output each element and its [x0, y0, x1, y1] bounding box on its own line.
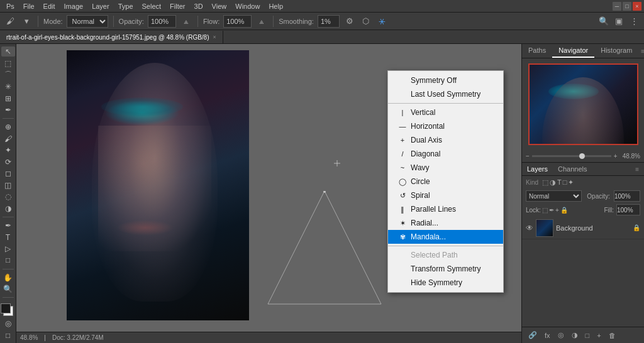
mode-select[interactable]: Normal: [67, 15, 108, 28]
zoom-tool[interactable]: 🔍: [1, 284, 15, 294]
smoothing-input[interactable]: [318, 15, 340, 28]
edit-menu[interactable]: Edit: [40, 1, 59, 11]
more-icon[interactable]: ⋮: [628, 15, 640, 28]
lock-all-icon[interactable]: 🔒: [560, 207, 568, 214]
healing-tool[interactable]: ⊕: [1, 122, 15, 132]
foreground-color[interactable]: [1, 303, 11, 313]
pen-tool[interactable]: ✒: [1, 220, 15, 231]
wavy-item[interactable]: ~ Wavy: [388, 161, 503, 175]
add-layer-button[interactable]: +: [594, 330, 603, 340]
layer-item-background[interactable]: 👁 Background 🔒: [522, 217, 644, 239]
horizontal-item[interactable]: — Horizontal: [388, 119, 503, 133]
opacity-input[interactable]: [148, 15, 176, 28]
screen-mode-tool[interactable]: □: [1, 330, 15, 340]
type-filter-icon[interactable]: T: [557, 178, 562, 187]
dodge-tool[interactable]: ◑: [1, 204, 15, 214]
transform-symmetry-item[interactable]: Transform Symmetry: [388, 262, 503, 276]
marquee-tool[interactable]: ⬚: [1, 58, 15, 68]
panel-menu-button[interactable]: ≡: [638, 46, 644, 56]
document-tab[interactable]: rtrait-of-a-girl-eyes-black-background-g…: [0, 31, 223, 43]
clone-tool[interactable]: ✦: [1, 145, 15, 155]
help-menu[interactable]: Help: [265, 1, 287, 11]
radial-item[interactable]: ✶ Radial...: [388, 216, 503, 230]
maximize-button[interactable]: □: [623, 2, 631, 11]
blur-tool[interactable]: ◌: [1, 192, 15, 202]
layout-icon[interactable]: ▣: [613, 15, 625, 28]
search-icon[interactable]: 🔍: [597, 15, 610, 28]
link-layers-button[interactable]: 🔗: [526, 330, 540, 340]
minimize-button[interactable]: ─: [613, 2, 621, 11]
histogram-tab[interactable]: Histogram: [594, 44, 638, 58]
lock-position-icon[interactable]: ✒: [549, 207, 554, 214]
symmetry-icon[interactable]: ⚹: [376, 15, 389, 28]
magic-wand-tool[interactable]: ✳: [1, 82, 15, 92]
flow-input[interactable]: [223, 15, 252, 28]
add-style-button[interactable]: fx: [542, 330, 553, 340]
select-menu[interactable]: Select: [138, 1, 165, 11]
gradient-tool[interactable]: ◫: [1, 180, 15, 190]
pixel-filter-icon[interactable]: ⬚: [542, 178, 548, 187]
pressure-opacity-icon[interactable]: ⟁: [180, 15, 192, 28]
quick-mask-tool[interactable]: ◎: [1, 318, 15, 329]
delete-layer-button[interactable]: 🗑: [606, 330, 618, 340]
window-menu[interactable]: Window: [231, 1, 264, 11]
circle-item[interactable]: ◯ Circle: [388, 175, 503, 188]
navigator-tab[interactable]: Navigator: [552, 44, 594, 58]
file-menu[interactable]: File: [19, 1, 38, 11]
move-tool[interactable]: ↖: [1, 46, 15, 57]
lock-artboard-icon[interactable]: +: [555, 207, 559, 214]
symmetry-off-item[interactable]: Symmetry Off: [388, 74, 503, 87]
close-button[interactable]: ×: [633, 2, 641, 11]
tab-close-button[interactable]: ×: [213, 34, 216, 40]
parallel-lines-item[interactable]: ‖ Parallel Lines: [388, 202, 503, 216]
diagonal-item[interactable]: / Diagonal: [388, 147, 503, 161]
add-group-button[interactable]: □: [583, 330, 592, 340]
spiral-item[interactable]: ↺ Spiral: [388, 188, 503, 202]
nav-zoom-out[interactable]: −: [526, 153, 530, 160]
filter-menu[interactable]: Filter: [166, 1, 189, 11]
view-menu[interactable]: View: [208, 1, 231, 11]
layer-visibility-icon[interactable]: 👁: [526, 224, 533, 232]
ps-menu[interactable]: Ps: [3, 1, 18, 11]
color-selector[interactable]: [1, 303, 16, 315]
layer-opacity-input[interactable]: [614, 190, 640, 202]
layer-mode-select[interactable]: Normal: [526, 190, 582, 202]
hide-symmetry-item[interactable]: Hide Symmetry: [388, 276, 503, 290]
add-adjustment-button[interactable]: ◑: [569, 330, 580, 340]
brush-tool[interactable]: 🖌: [1, 134, 15, 144]
layer-fill-input[interactable]: [616, 204, 640, 215]
type-menu[interactable]: Type: [114, 1, 137, 11]
hand-tool[interactable]: ✋: [1, 272, 15, 282]
adjustment-filter-icon[interactable]: ◑: [550, 178, 556, 187]
add-mask-button[interactable]: ◎: [555, 330, 567, 340]
history-brush[interactable]: ⟳: [1, 157, 15, 167]
crop-tool[interactable]: ⊞: [1, 93, 15, 103]
eraser-tool[interactable]: ◻: [1, 168, 15, 178]
layer-menu[interactable]: Layer: [88, 1, 113, 11]
image-menu[interactable]: Image: [60, 1, 87, 11]
shape-filter-icon[interactable]: □: [563, 178, 567, 187]
layers-tab[interactable]: Layers: [522, 163, 553, 175]
shape-tool[interactable]: □: [1, 255, 15, 265]
nav-zoom-slider[interactable]: [532, 155, 611, 157]
nav-zoom-in[interactable]: +: [614, 153, 618, 160]
channels-tab[interactable]: Channels: [553, 163, 592, 175]
settings-icon[interactable]: ⚙: [343, 15, 356, 28]
3d-menu[interactable]: 3D: [191, 1, 207, 11]
dual-axis-item[interactable]: + Dual Axis: [388, 133, 503, 147]
last-used-symmetry-item[interactable]: Last Used Symmetry: [388, 87, 503, 101]
brush-tool-icon[interactable]: 🖌: [4, 15, 16, 28]
vertical-item[interactable]: | Vertical: [388, 106, 503, 119]
angle-icon[interactable]: ⬡: [360, 15, 372, 28]
paths-tab[interactable]: Paths: [522, 44, 552, 58]
brush-preset-icon[interactable]: ▾: [20, 15, 33, 28]
path-select-tool[interactable]: ▷: [1, 244, 15, 254]
lock-pixels-icon[interactable]: ⬚: [542, 207, 548, 214]
mandala-item[interactable]: ✾ Mandala...: [388, 230, 503, 244]
type-tool[interactable]: T: [1, 232, 15, 242]
lasso-tool[interactable]: ⌒: [1, 70, 15, 80]
smart-filter-icon[interactable]: ✦: [568, 178, 574, 187]
eyedropper-tool[interactable]: ✒: [1, 105, 15, 115]
layers-menu-button[interactable]: ≡: [633, 165, 641, 174]
pressure-flow-icon[interactable]: ⟁: [255, 15, 268, 28]
